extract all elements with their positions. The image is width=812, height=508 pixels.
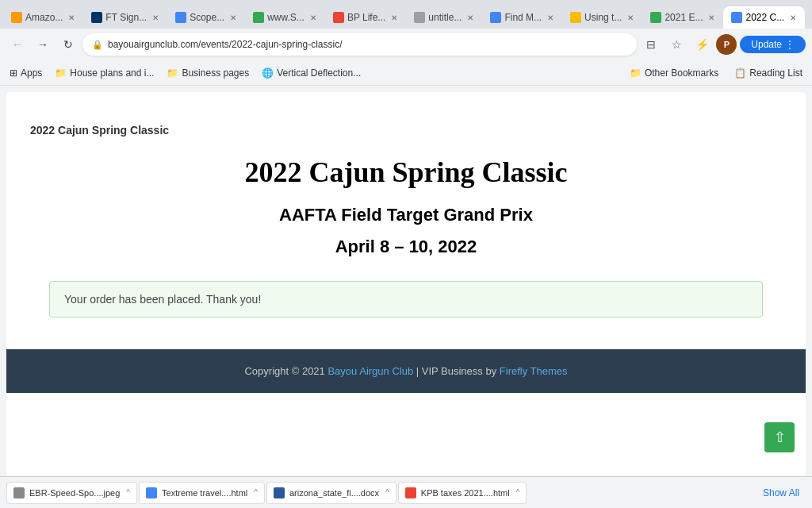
tab-favicon-amazon [11, 12, 22, 23]
download-label-docx: arizona_state_fi....docx [289, 488, 379, 498]
tab-close-amazon[interactable]: ✕ [66, 12, 77, 23]
tab-label-using: Using t... [584, 12, 622, 23]
lock-icon: 🔒 [92, 40, 103, 50]
reload-button[interactable]: ↻ [57, 33, 79, 56]
forward-button[interactable]: → [32, 33, 54, 56]
downloads-bar: EBR-Speed-Spo....jpeg ^ Textreme travel.… [0, 476, 812, 508]
tab-favicon-2021 [650, 12, 661, 23]
download-html-1[interactable]: Textreme travel....html ^ [139, 482, 265, 504]
tab-close-scope[interactable]: ✕ [228, 12, 239, 23]
download-label-html2: KPB taxes 2021....html [421, 488, 510, 498]
tab-close-bp[interactable]: ✕ [389, 12, 400, 23]
page-scroll-area[interactable]: 2022 Cajun Spring Classic 2022 Cajun Spr… [0, 86, 812, 508]
folder-icon-3: 📁 [630, 67, 642, 79]
download-label-html1: Textreme travel....html [162, 488, 247, 498]
page-title: 2022 Cajun Spring Classic [30, 156, 782, 189]
bookmark-reading-label: Reading List [749, 67, 802, 79]
download-html-2[interactable]: KPB taxes 2021....html ^ [398, 482, 527, 504]
back-to-top-button[interactable]: ⇧ [764, 422, 795, 452]
bookmark-vertical[interactable]: 🌐 Vertical Deflection... [259, 66, 364, 80]
tab-favicon-find [490, 12, 501, 23]
tab-using[interactable]: Using t... ✕ [562, 6, 642, 29]
tab-bp[interactable]: BP Life... ✕ [325, 6, 406, 29]
tab-label-scope: Scope... [190, 12, 224, 23]
tab-close-find[interactable]: ✕ [545, 12, 556, 23]
footer-theme-link[interactable]: Firefly Themes [500, 365, 568, 377]
tab-close-untitled[interactable]: ✕ [465, 12, 476, 23]
tab-close-ft[interactable]: ✕ [150, 12, 161, 23]
order-success-box: Your order has been placed. Thank you! [49, 281, 763, 318]
reading-list-icon: 📋 [734, 67, 746, 79]
bookmark-apps-label: Apps [21, 67, 42, 79]
tab-close-2022[interactable]: ✕ [787, 12, 799, 23]
tab-label-2022: 2022 C... [745, 12, 784, 23]
extensions-button[interactable]: ⚡ [691, 33, 713, 56]
bookmarks-right: 📁 Other Bookmarks 📋 Reading List [626, 66, 806, 80]
tab-amazon[interactable]: Amazo... ✕ [3, 6, 83, 29]
download-jpeg[interactable]: EBR-Speed-Spo....jpeg ^ [6, 482, 137, 504]
tab-scope[interactable]: Scope... ✕ [167, 6, 245, 29]
tab-label-www: www.S... [267, 12, 304, 23]
tab-close-using[interactable]: ✕ [625, 12, 636, 23]
update-label: Update [751, 39, 782, 50]
tab-favicon-untitled [414, 12, 425, 23]
bookmark-other[interactable]: 📁 Other Bookmarks [626, 66, 722, 80]
download-arrow-3: ^ [385, 488, 389, 497]
download-arrow-2: ^ [254, 488, 258, 497]
tab-label-find: Find M... [504, 12, 542, 23]
bookmark-reading-list[interactable]: 📋 Reading List [731, 66, 806, 80]
tab-bar: Amazo... ✕ FT Sign... ✕ Scope... ✕ www.S… [0, 0, 812, 29]
tab-airgun[interactable]: Airgun... ✕ [805, 6, 812, 29]
tab-ft[interactable]: FT Sign... ✕ [83, 6, 167, 29]
page-content: 2022 Cajun Spring Classic 2022 Cajun Spr… [6, 92, 806, 479]
tab-label-ft: FT Sign... [105, 12, 147, 23]
tab-favicon-2022 [731, 12, 742, 23]
tab-untitled[interactable]: untitle... ✕ [406, 6, 482, 29]
bookmarks-bar: ⊞ Apps 📁 House plans and i... 📁 Business… [0, 60, 812, 86]
bookmark-business-pages[interactable]: 📁 Business pages [163, 66, 252, 80]
tab-www[interactable]: www.S... ✕ [245, 6, 325, 29]
update-button[interactable]: Update ⋮ [740, 36, 806, 53]
tab-find[interactable]: Find M... ✕ [482, 6, 562, 29]
bookmark-star-button[interactable]: ☆ [665, 33, 688, 56]
folder-icon-2: 📁 [167, 67, 178, 79]
footer-separator: | VIP Business by [416, 365, 500, 377]
address-bar[interactable]: 🔒 bayouairgunclub.com/events/2022-cajun-… [82, 33, 637, 56]
download-icon-docx [274, 487, 285, 498]
tab-favicon-bp [333, 12, 344, 23]
page-footer: Copyright © 2021 Bayou Airgun Club | VIP… [6, 349, 806, 393]
download-arrow-1: ^ [126, 488, 130, 497]
navigation-bar: ← → ↻ 🔒 bayouairgunclub.com/events/2022-… [0, 29, 812, 60]
address-text: bayouairgunclub.com/events/2022-cajun-sp… [108, 39, 627, 50]
profile-avatar[interactable]: P [716, 34, 737, 55]
page-inner: 2022 Cajun Spring Classic 2022 Cajun Spr… [6, 92, 806, 349]
tab-favicon-using [570, 12, 581, 23]
tab-label-amazon: Amazo... [25, 12, 63, 23]
download-icon-html1 [146, 487, 157, 498]
tab-favicon-scope [175, 12, 186, 23]
tab-close-2021[interactable]: ✕ [706, 12, 717, 23]
tab-favicon-www [253, 12, 264, 23]
footer-site-link[interactable]: Bayou Airgun Club [327, 365, 413, 377]
bookmark-apps[interactable]: ⊞ Apps [6, 66, 45, 80]
globe-icon: 🌐 [262, 67, 274, 79]
tab-label-untitled: untitle... [428, 12, 462, 23]
folder-icon-1: 📁 [55, 67, 67, 79]
cast-button[interactable]: ⊟ [640, 33, 662, 56]
page-dates: April 8 – 10, 2022 [30, 237, 782, 257]
bookmark-house-plans[interactable]: 📁 House plans and i... [52, 66, 157, 80]
tab-2021[interactable]: 2021 E... ✕ [642, 6, 723, 29]
download-arrow-4: ^ [516, 488, 520, 497]
page-subtitle: AAFTA Field Target Grand Prix [30, 205, 782, 225]
show-all-downloads-button[interactable]: Show All [756, 484, 806, 502]
tab-label-bp: BP Life... [347, 12, 385, 23]
tab-favicon-ft [91, 12, 102, 23]
tab-label-2021: 2021 E... [665, 12, 703, 23]
download-docx[interactable]: arizona_state_fi....docx ^ [266, 482, 396, 504]
tab-2022[interactable]: 2022 C... ✕ [723, 6, 805, 29]
bookmark-vertical-label: Vertical Deflection... [277, 67, 361, 79]
tab-close-www[interactable]: ✕ [308, 12, 319, 23]
back-button[interactable]: ← [6, 33, 29, 56]
bookmark-other-label: Other Bookmarks [645, 67, 718, 79]
download-icon-jpeg [13, 487, 25, 498]
